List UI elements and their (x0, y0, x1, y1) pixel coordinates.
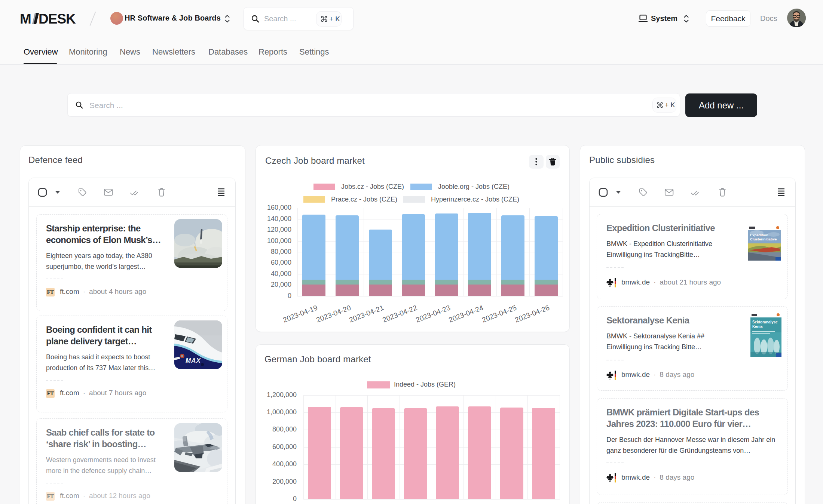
svg-text:Kenia: Kenia (752, 325, 763, 329)
svg-text:Sektoranalyse: Sektoranalyse (752, 320, 778, 324)
svg-text:Expedition: Expedition (750, 233, 768, 237)
svg-text:M: M (20, 11, 31, 26)
svg-text:MAX: MAX (186, 357, 201, 364)
svg-text:DESK: DESK (39, 11, 76, 26)
svg-text:Clusterinitiative: Clusterinitiative (750, 237, 777, 241)
